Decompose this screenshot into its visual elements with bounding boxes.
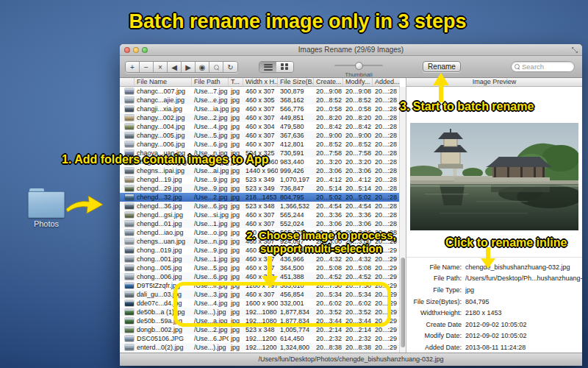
cell-size: 368,162 — [278, 96, 314, 105]
table-row[interactable]: DSC05106.JPG/Use...6.JPGjpg192...1200614… — [120, 334, 400, 343]
table-row[interactable]: chong...006.jpg/Use...6.jpgjpg460 x 3074… — [120, 272, 400, 281]
metadata-value[interactable]: 2012-09-02 10:05:02 — [465, 332, 527, 339]
column-header-type[interactable]: T... — [229, 78, 243, 86]
toolbar: + − × ◀ ▶ ◉ ↻ Thumbnail Zoomer Rename S — [120, 56, 582, 78]
column-header-file-path[interactable]: File Path — [192, 78, 229, 86]
table-row[interactable]: changy...004.jpg/Use...4.jpgjpg460 x 304… — [120, 122, 400, 131]
file-thumbnail — [125, 327, 134, 333]
zoomer-knob[interactable] — [355, 62, 363, 70]
cell-type: jpg — [229, 87, 243, 96]
zoomer-track[interactable] — [334, 65, 383, 67]
cell-size: 730,591 — [278, 149, 314, 158]
column-header-dimensions[interactable]: Width x H... — [243, 78, 278, 86]
refresh-button[interactable]: ↻ — [223, 62, 237, 72]
cell-dims: 460 x 305 — [243, 96, 278, 105]
cell-modified: 20...0:58 — [343, 105, 373, 113]
cell-thumb — [120, 219, 135, 228]
table-row[interactable]: chong...005.jpg/Use...5.jpgjpg460 x 3073… — [120, 263, 400, 272]
column-header-file-size[interactable]: File Size(B... — [278, 78, 314, 86]
cell-modified: 20...8:42 — [343, 122, 373, 131]
table-row[interactable]: changy...005.jpg/Use...5.jpgjpg460 x 307… — [120, 131, 400, 140]
cell-modified: 20...8:38 — [343, 343, 373, 352]
table-row[interactable]: changji...xia.jpg/Use...ia.jpgjpg460 x 3… — [120, 105, 400, 113]
table-scrollbar[interactable] — [399, 87, 406, 353]
metadata-value[interactable]: jpg — [465, 286, 474, 294]
metadata-value[interactable]: /Users/fun/Desktop/Ph...hushanzhuang-032… — [465, 275, 582, 282]
cell-dims: 460 x 307 — [243, 87, 278, 96]
preview-button[interactable]: ◉ — [196, 62, 209, 72]
metadata-value[interactable]: 2012-09-02 10:05:02 — [465, 321, 527, 328]
delete-button[interactable]: × — [154, 62, 168, 72]
cell-name: changy...002.jpg — [135, 113, 192, 122]
cell-type: jpg — [229, 131, 243, 140]
search-button[interactable] — [209, 62, 223, 72]
cell-created: 20...4:32 — [314, 255, 343, 263]
metadata-value[interactable]: 2180 x 1453 — [465, 309, 502, 316]
cell-name: chong...005.jpg — [135, 263, 192, 272]
cell-size: 412,801 — [278, 140, 314, 149]
table-row[interactable]: enterd...0(2).jpg/Use...).jpgjpg192...12… — [120, 343, 400, 352]
cell-type: jpg — [229, 175, 243, 184]
cell-created: 20...3:20 — [314, 158, 343, 166]
previous-button[interactable]: ◀ — [168, 62, 182, 72]
metadata-panel: File Name:chengde_bishushanzhuang-032.jp… — [406, 257, 582, 353]
remove-button[interactable]: − — [140, 62, 154, 72]
fullscreen-icon[interactable] — [571, 46, 578, 54]
table-row[interactable]: changc...ajie.jpg/Use...e.jpgjpg460 x 30… — [120, 96, 400, 105]
list-view-button[interactable] — [259, 62, 276, 72]
cell-created: 20...3:06 — [314, 219, 343, 228]
arrow-to-filename — [481, 247, 495, 269]
cell-thumb — [120, 299, 135, 308]
rename-button[interactable]: Rename — [423, 61, 461, 72]
table-row[interactable]: chegns...ipai.jpg/Use...ai.jpgjpg1440 x … — [120, 166, 400, 175]
column-header-file-name[interactable]: File Name — [135, 78, 192, 86]
cell-thumb — [120, 325, 135, 334]
next-button[interactable]: ▶ — [182, 62, 196, 72]
table-row[interactable]: chengd...29.jpg/Use...9.jpgjpg523 x 3497… — [120, 184, 400, 193]
cell-added: 20...:28 — [373, 158, 400, 166]
cell-path: /Use...2.jpg — [192, 113, 229, 122]
annotation-step2: 2. Choose image to process, support mult… — [235, 229, 407, 255]
cell-thumb — [120, 316, 135, 325]
add-folder-button[interactable]: + — [126, 62, 140, 72]
cell-modified: 20...2:32 — [343, 334, 373, 343]
arrow-to-window — [65, 193, 104, 216]
column-header-create[interactable]: Create... — [314, 78, 343, 86]
cell-modified: 20...5:08 — [343, 263, 373, 272]
table-row[interactable]: chengd...gsi.jpg/Use...si.jpgjpg460 x 30… — [120, 210, 400, 219]
cell-path: /Use...9.jpg — [192, 246, 229, 255]
table-row[interactable]: chengd...01.jpg/Use...1.jpgjpg460 x 3075… — [120, 219, 400, 228]
table-row[interactable]: changy...002.jpg/Use...2.jpgjpg460 x 307… — [120, 113, 400, 122]
metadata-value[interactable]: 804,795 — [465, 298, 490, 305]
table-row[interactable]: changc...007.jpg/Use...7.jpgjpg460 x 307… — [120, 87, 400, 96]
cell-added: 20...:28 — [373, 219, 400, 228]
column-header-modify[interactable]: Modify... — [343, 78, 373, 86]
cell-added: 20...:28 — [373, 96, 400, 105]
table-row[interactable]: chong...001.jpg/Use...1.jpgjpg460 x 3074… — [120, 255, 400, 263]
table-row[interactable]: chengd...32.jpg/Use...2.jpgjpg218...1453… — [120, 193, 400, 202]
column-header-thumb[interactable] — [120, 78, 135, 86]
cell-modified: 20...9:00 — [343, 131, 373, 140]
cell-created: 20...5:14 — [314, 184, 343, 193]
cell-added: 20...:29 — [373, 263, 400, 272]
cell-size: 300,879 — [278, 87, 314, 96]
cell-added: 20...:28 — [373, 87, 400, 96]
metadata-label: Modify Date: — [406, 332, 462, 339]
file-thumbnail — [125, 88, 134, 94]
grid-view-icon — [281, 63, 289, 71]
table-row[interactable]: chengd...36.jpg/Use...6.jpgjpg523 x 3481… — [120, 202, 400, 210]
search-field[interactable]: Search — [511, 61, 575, 72]
cell-added: 20...:28 — [373, 140, 400, 149]
table-row[interactable]: changy...006.jpg/Use...6.jpgjpg460 x 307… — [120, 140, 400, 149]
folder-body — [28, 191, 65, 218]
table-row[interactable]: chengd...19.jpg/Use...9.jpgjpg523 x 3491… — [120, 175, 400, 184]
metadata-value[interactable]: 2013-08-11 11:24:28 — [465, 344, 526, 351]
annotation-step1: 1. Add folders contain images to App — [62, 153, 269, 166]
window-titlebar[interactable]: Images Rename (29/69 Images) — [120, 44, 582, 56]
column-header-added[interactable]: Added... — [373, 78, 400, 86]
cell-path: /Use...2.jpg — [192, 193, 229, 202]
grid-view-button[interactable] — [276, 62, 293, 72]
cell-thumb — [120, 202, 135, 210]
scrollbar-thumb[interactable] — [401, 258, 405, 347]
cell-size: 451,388 — [278, 272, 314, 281]
